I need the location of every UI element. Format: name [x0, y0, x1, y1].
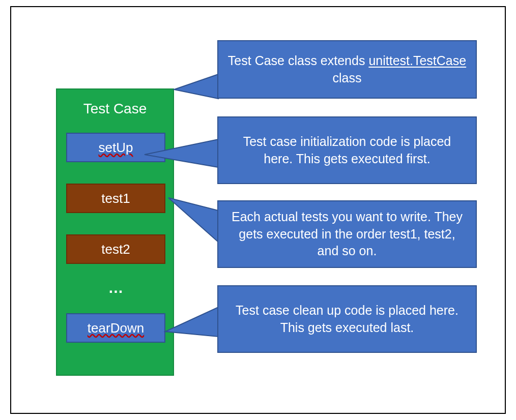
callout-teardown: Test case clean up code is placed here. … [217, 285, 477, 353]
diagram-frame: Test Case setUp test1 test2 … tearDown T… [10, 6, 506, 414]
svg-marker-3 [165, 307, 218, 337]
callout-teardown-text: Test case clean up code is placed here. … [227, 302, 467, 337]
callout-teardown-pointer [11, 7, 507, 415]
